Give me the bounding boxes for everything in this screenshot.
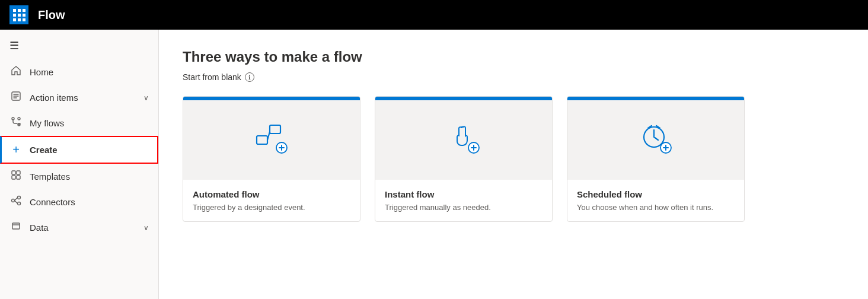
scheduled-flow-card[interactable]: Scheduled flow You choose when and how o… (567, 96, 745, 222)
scheduled-flow-icon (635, 119, 676, 158)
automated-flow-desc: Triggered by a designated event. (193, 203, 350, 212)
automated-flow-card-image (183, 97, 360, 180)
connectors-icon (9, 195, 23, 209)
instant-flow-icon (443, 119, 484, 158)
svg-point-9 (18, 196, 21, 199)
start-from-blank-label: Start from blank (183, 72, 241, 82)
svg-rect-11 (12, 223, 20, 229)
sidebar-item-create-label: Create (30, 145, 148, 155)
sidebar-item-data-label: Data (30, 222, 136, 233)
data-icon (9, 221, 23, 234)
svg-rect-6 (12, 176, 15, 179)
app-title: Flow (38, 8, 65, 22)
home-icon (9, 65, 23, 79)
automated-flow-card-bar (183, 97, 360, 100)
svg-rect-12 (257, 136, 267, 144)
action-items-chevron: ∨ (143, 94, 149, 102)
sidebar-item-home[interactable]: Home (0, 59, 158, 85)
svg-rect-5 (17, 171, 20, 174)
waffle-icon[interactable] (9, 5, 28, 24)
svg-point-10 (18, 202, 21, 205)
instant-flow-title: Instant flow (385, 189, 542, 199)
my-flows-icon (9, 116, 23, 130)
instant-flow-card-bar (375, 97, 552, 100)
create-icon: + (9, 143, 23, 157)
templates-icon (9, 170, 23, 183)
start-from-blank-row: Start from blank ℹ (183, 72, 844, 82)
layout: ☰ Home Action items ∨ (0, 30, 868, 299)
main-content: Three ways to make a flow Start from bla… (159, 30, 868, 299)
automated-flow-icon (251, 119, 292, 158)
sidebar-item-connectors[interactable]: Connectors (0, 189, 158, 215)
sidebar-item-my-flows-label: My flows (30, 118, 149, 128)
info-icon: ℹ (245, 72, 254, 82)
svg-point-1 (12, 117, 14, 120)
sidebar-item-templates-label: Templates (30, 171, 149, 182)
hamburger-button[interactable]: ☰ (0, 34, 158, 57)
scheduled-flow-card-body: Scheduled flow You choose when and how o… (567, 180, 744, 221)
svg-rect-4 (12, 171, 15, 174)
instant-flow-card[interactable]: Instant flow Triggered manually as neede… (375, 96, 553, 222)
cards-row: Automated flow Triggered by a designated… (183, 96, 844, 222)
automated-flow-card-body: Automated flow Triggered by a designated… (183, 180, 360, 221)
automated-flow-title: Automated flow (193, 189, 350, 199)
instant-flow-card-image (375, 97, 552, 180)
topbar: Flow (0, 0, 868, 30)
sidebar: ☰ Home Action items ∨ (0, 30, 159, 299)
sidebar-item-templates[interactable]: Templates (0, 164, 158, 189)
action-items-icon (9, 91, 23, 104)
scheduled-flow-title: Scheduled flow (577, 189, 735, 199)
sidebar-item-data[interactable]: Data ∨ (0, 215, 158, 240)
svg-rect-13 (270, 125, 280, 133)
sidebar-item-create[interactable]: + Create (0, 136, 158, 164)
sidebar-item-connectors-label: Connectors (30, 197, 149, 207)
svg-point-2 (18, 117, 20, 120)
svg-point-8 (12, 199, 15, 202)
sidebar-item-my-flows[interactable]: My flows (0, 110, 158, 136)
page-title: Three ways to make a flow (183, 49, 844, 65)
instant-flow-desc: Triggered manually as needed. (385, 203, 542, 212)
sidebar-item-action-items-label: Action items (30, 93, 136, 103)
automated-flow-card[interactable]: Automated flow Triggered by a designated… (183, 96, 360, 222)
scheduled-flow-card-bar (567, 97, 744, 100)
sidebar-item-action-items[interactable]: Action items ∨ (0, 85, 158, 110)
sidebar-item-home-label: Home (30, 67, 149, 77)
scheduled-flow-desc: You choose when and how often it runs. (577, 203, 735, 212)
instant-flow-card-body: Instant flow Triggered manually as neede… (375, 180, 552, 221)
data-chevron: ∨ (143, 224, 149, 232)
svg-rect-7 (17, 176, 20, 179)
scheduled-flow-card-image (567, 97, 744, 180)
